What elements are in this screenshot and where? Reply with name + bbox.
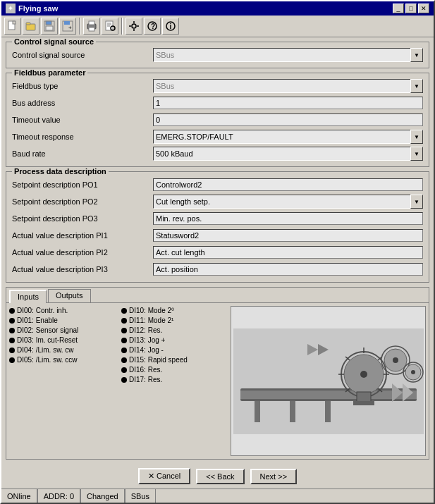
io-label: DI05: /Lim. sw. ccw (17, 356, 78, 364)
toolbar-sep2 (121, 18, 123, 35)
pi1-input[interactable] (153, 229, 423, 242)
svg-point-18 (132, 24, 136, 28)
svg-point-34 (360, 371, 367, 378)
toolbar-info[interactable]: i (162, 18, 179, 35)
pi1-label: Actual value description PI1 (12, 231, 153, 240)
status-changed: Changed (80, 489, 125, 503)
list-item: DI13: Jog + (121, 336, 228, 345)
tab-inputs[interactable]: Inputs (9, 290, 47, 303)
fieldbus-type-select[interactable]: SBus (153, 79, 423, 93)
io-dot (121, 367, 127, 373)
po3-row: Setpoint description PO3 (12, 211, 423, 226)
po3-input[interactable] (153, 212, 423, 225)
io-dot (121, 348, 127, 353)
process-data-group: Process data description Setpoint descri… (6, 171, 429, 283)
po2-wrapper[interactable]: Cut length setp. ▼ (153, 195, 423, 209)
cancel-button[interactable]: ✕ Cancel (138, 468, 190, 484)
io-label: DI01: Enable (17, 316, 58, 324)
io-label: DI00: Contr. inh. (17, 307, 68, 314)
po3-label: Setpoint description PO3 (12, 214, 153, 223)
process-data-title: Process data description (12, 167, 109, 176)
next-button[interactable]: Next >> (250, 469, 298, 484)
list-item: DI12: Res. (121, 326, 228, 335)
bottom-section: Inputs Outputs DI00: Contr. inh. DI01: E… (6, 287, 429, 460)
baud-rate-select[interactable]: 500 kBaud (153, 147, 423, 161)
tabs: Inputs Outputs (6, 288, 429, 303)
toolbar-help[interactable]: ? (144, 18, 161, 35)
fieldbus-type-row: Fieldbus type SBus ▼ (12, 79, 423, 93)
io-dot (9, 328, 15, 333)
list-item: DI14: Jog - (121, 345, 228, 355)
svg-text:i: i (170, 23, 172, 30)
pi2-input[interactable] (153, 246, 423, 259)
pi3-input[interactable] (153, 263, 423, 276)
list-item: DI15: Rapid speed (121, 355, 228, 364)
list-item: DI00: Contr. inh. (9, 306, 116, 315)
po2-row: Setpoint description PO2 Cut length setp… (12, 195, 423, 209)
title-bar-left: ✦ Flying saw (6, 4, 58, 13)
bus-address-row: Bus address (12, 96, 423, 110)
io-dot (9, 357, 15, 363)
list-item: DI01: Enable (9, 316, 116, 325)
timeout-response-wrapper[interactable]: EMERG.STOP/FAULT ▼ (153, 130, 423, 144)
svg-rect-53 (325, 401, 331, 422)
list-item: DI11: Mode 2¹ (121, 316, 228, 325)
io-label: DI16: Res. (129, 366, 162, 374)
pi2-label: Actual value description PI2 (12, 248, 153, 257)
maximize-button[interactable]: □ (405, 4, 417, 13)
diagram-area (231, 306, 426, 456)
list-item: DI17: Res. (121, 375, 228, 384)
back-button[interactable]: << Back (196, 469, 244, 484)
control-signal-group: Control signal source Control signal sou… (6, 42, 429, 68)
po1-label: Setpoint description PO1 (12, 180, 153, 189)
fieldbus-type-wrapper[interactable]: SBus ▼ (153, 79, 423, 93)
close-button[interactable]: ✕ (418, 4, 429, 13)
fieldbus-title: Fieldbus parameter (12, 68, 87, 77)
io-dot (121, 357, 127, 363)
baud-rate-wrapper[interactable]: 500 kBaud ▼ (153, 147, 423, 161)
toolbar-saveas[interactable]: + (59, 18, 76, 35)
io-label: DI14: Jog - (129, 346, 164, 354)
io-label: DI12: Res. (129, 326, 162, 334)
io-dot (121, 338, 127, 343)
po1-row: Setpoint description PO1 (12, 178, 423, 192)
list-item: DI16: Res. (121, 365, 228, 374)
toolbar-print[interactable] (83, 18, 100, 35)
toolbar-new[interactable] (4, 18, 21, 35)
po1-input[interactable] (153, 178, 423, 191)
io-dot (9, 318, 15, 324)
tab-outputs[interactable]: Outputs (48, 289, 91, 302)
status-online: ONline (1, 489, 37, 503)
timeout-response-label: Timeout response (12, 133, 153, 141)
io-right-column: DI10: Mode 2⁰ DI11: Mode 2¹ DI12: Res. (121, 306, 228, 456)
io-label: DI11: Mode 2¹ (129, 316, 173, 324)
io-label: DI04: /Lim. sw. cw (17, 346, 74, 354)
list-item: DI03: Im. cut-Reset (9, 336, 116, 345)
toolbar-save[interactable] (41, 18, 58, 35)
po2-label: Setpoint description PO2 (12, 197, 153, 206)
control-signal-select[interactable]: SBus (153, 48, 423, 62)
bus-address-input[interactable] (153, 97, 423, 109)
toolbar-settings[interactable] (125, 18, 142, 35)
toolbar-preview[interactable] (102, 18, 118, 35)
io-dot (121, 308, 127, 314)
io-label: DI15: Rapid speed (129, 356, 188, 364)
io-label: DI10: Mode 2⁰ (129, 307, 174, 314)
control-signal-select-wrapper[interactable]: SBus ▼ (153, 48, 423, 62)
main-window: ✦ Flying saw _ □ ✕ + (0, 0, 435, 504)
po2-select[interactable]: Cut length setp. (153, 195, 423, 209)
timeout-value-label: Timeout value (12, 116, 153, 124)
pi3-label: Actual value description PI3 (12, 265, 153, 273)
svg-rect-6 (46, 26, 53, 30)
svg-rect-5 (46, 21, 51, 25)
timeout-response-select[interactable]: EMERG.STOP/FAULT (153, 130, 423, 144)
minimize-button[interactable]: _ (393, 4, 404, 13)
timeout-value-input[interactable] (153, 113, 423, 126)
control-signal-row: Control signal source SBus ▼ (12, 48, 423, 62)
io-dot (121, 318, 127, 324)
control-signal-title: Control signal source (12, 37, 96, 46)
bus-address-label: Bus address (12, 99, 153, 107)
timeout-value-row: Timeout value (12, 113, 423, 127)
toolbar-open[interactable] (23, 18, 39, 35)
tab-content: DI00: Contr. inh. DI01: Enable DI02: Sen… (6, 303, 429, 459)
